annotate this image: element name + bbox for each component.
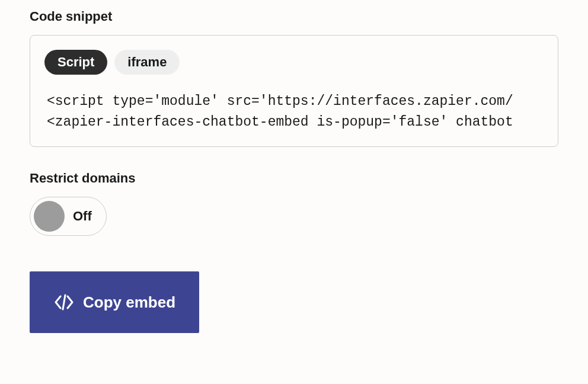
- code-line: <script type='module' src='https://inter…: [47, 94, 513, 109]
- toggle-state-label: Off: [73, 209, 92, 224]
- code-content: <script type='module' src='https://inter…: [44, 91, 544, 132]
- tab-script[interactable]: Script: [44, 50, 107, 75]
- restrict-domains-label: Restrict domains: [30, 171, 558, 186]
- code-line: <zapier-interfaces-chatbot-embed is-popu…: [47, 114, 513, 130]
- code-icon: [53, 293, 75, 312]
- restrict-domains-toggle[interactable]: Off: [30, 197, 107, 236]
- tab-row: Script iframe: [44, 50, 544, 75]
- tab-iframe[interactable]: iframe: [114, 50, 180, 75]
- code-snippet-label: Code snippet: [30, 9, 558, 24]
- copy-embed-button[interactable]: Copy embed: [30, 271, 199, 333]
- code-snippet-box: Script iframe <script type='module' src=…: [30, 35, 558, 147]
- svg-line-0: [63, 295, 65, 309]
- copy-embed-button-label: Copy embed: [83, 293, 175, 312]
- toggle-knob-icon: [34, 201, 65, 232]
